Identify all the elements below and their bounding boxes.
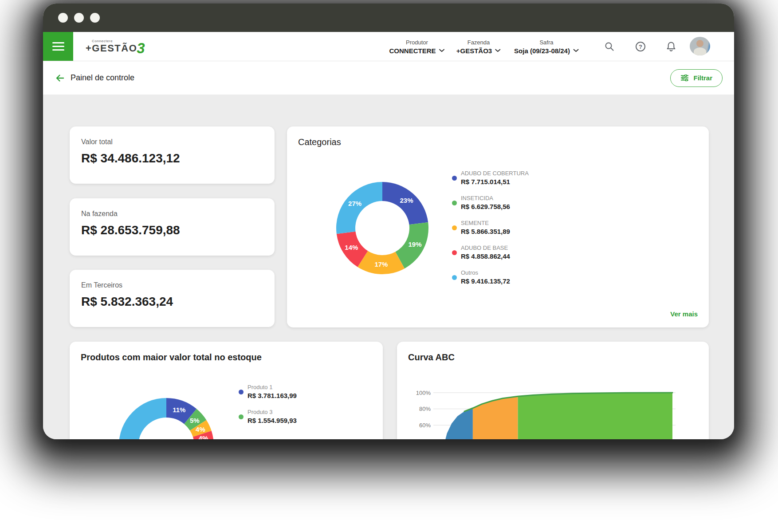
- y-axis-tick-label: 80%: [419, 406, 431, 412]
- ver-mais-link[interactable]: Ver mais: [670, 310, 698, 318]
- donut-percent-label: 27%: [348, 200, 361, 207]
- season-dropdown[interactable]: Safra Soja (09/23-08/24): [514, 32, 579, 61]
- donut-percent-label: 17%: [374, 260, 388, 268]
- produtos-title: Produtos com maior valor total no estoqu…: [81, 352, 262, 363]
- legend-label: INSETICIDA: [461, 194, 510, 202]
- window-titlebar: [43, 4, 734, 32]
- stat-label: Valor total: [81, 138, 113, 146]
- app-window: Connectere +GESTÃO3 Produtor CONNECTERE …: [43, 4, 734, 439]
- produtos-legend: Produto 1R$ 3.781.163,99Produto 3R$ 1.55…: [239, 383, 297, 439]
- stat-label: Em Terceiros: [81, 281, 122, 289]
- back-button[interactable]: [52, 70, 68, 86]
- donut-percent-label: 4%: [199, 434, 208, 439]
- stat-value: R$ 5.832.363,24: [81, 295, 173, 309]
- filter-button-label: Filtrar: [693, 74, 712, 82]
- app-header: Connectere +GESTÃO3 Produtor CONNECTERE …: [43, 32, 734, 61]
- curva-abc-title: Curva ABC: [408, 352, 455, 363]
- legend-label: Produto 3: [248, 408, 297, 416]
- legend-label: Produto 5: [248, 438, 272, 440]
- donut-percent-label: 19%: [408, 240, 421, 248]
- dashboard-content: Valor total R$ 34.486.123,12 Na fazenda …: [43, 95, 734, 439]
- legend-dot: [239, 414, 244, 419]
- legend-label: Outros: [461, 269, 510, 276]
- legend-dot: [452, 176, 457, 181]
- logo-main-text: +GESTÃO: [86, 43, 137, 54]
- legend-dot: [452, 225, 457, 230]
- legend-item: SEMENTER$ 5.866.351,89: [452, 219, 529, 236]
- logo-accent-3: 3: [137, 43, 145, 53]
- stat-card-na-fazenda: Na fazenda R$ 28.653.759,88: [70, 198, 275, 256]
- legend-dot: [452, 201, 457, 205]
- curva-abc-card: Curva ABC 100%80%60%40%: [397, 342, 709, 439]
- help-button[interactable]: ?: [631, 37, 650, 56]
- screenshot-stage: Connectere +GESTÃO3 Produtor CONNECTERE …: [0, 0, 778, 532]
- app-logo: Connectere +GESTÃO3: [86, 32, 145, 61]
- abc-region-A: [440, 408, 473, 439]
- categorias-card: Categorias 23%19%17%14%27% ADUBO DE COBE…: [287, 126, 709, 327]
- legend-label: ADUBO DE BASE: [461, 244, 510, 252]
- chevron-down-icon: [439, 49, 445, 52]
- producer-value: CONNECTERE: [389, 47, 436, 55]
- user-avatar[interactable]: [690, 37, 710, 55]
- abc-region-C: [518, 393, 672, 439]
- legend-value: R$ 9.416.135,72: [461, 276, 510, 286]
- categorias-donut-chart: 23%19%17%14%27%: [331, 177, 433, 279]
- season-label: Safra: [539, 39, 553, 46]
- legend-item: Produto 3R$ 1.554.959,93: [239, 408, 297, 425]
- legend-label: Produto 1: [248, 383, 297, 391]
- curva-abc-chart: 100%80%60%40%: [410, 382, 694, 439]
- stat-card-em-terceiros: Em Terceiros R$ 5.832.363,24: [70, 270, 275, 327]
- chevron-down-icon: [573, 49, 579, 52]
- chevron-down-icon: [495, 49, 501, 52]
- stat-value: R$ 28.653.759,88: [81, 223, 180, 237]
- producer-label: Produtor: [406, 39, 428, 46]
- legend-dot: [239, 390, 244, 394]
- donut-percent-label: 11%: [173, 406, 185, 414]
- window-dot-3[interactable]: [90, 13, 100, 23]
- menu-button[interactable]: [43, 32, 73, 61]
- filter-sliders-icon: [680, 75, 689, 81]
- back-arrow-icon: [55, 73, 65, 83]
- notifications-button[interactable]: [662, 37, 680, 56]
- y-axis-tick-label: 100%: [416, 390, 431, 396]
- categorias-title: Categorias: [298, 137, 341, 147]
- bell-icon: [666, 41, 676, 52]
- legend-value: R$ 5.866.351,89: [461, 227, 510, 236]
- page-title: Painel de controle: [71, 73, 134, 83]
- legend-label: SEMENTE: [461, 219, 510, 227]
- legend-value: R$ 6.629.758,56: [461, 202, 510, 211]
- help-icon: ?: [635, 41, 646, 52]
- legend-item: Produto 5: [239, 433, 297, 439]
- legend-value: R$ 3.781.163,99: [248, 391, 297, 400]
- y-axis-tick-label: 60%: [419, 422, 431, 429]
- farm-dropdown[interactable]: Fazenda +GESTÃO3: [456, 32, 501, 61]
- donut-percent-label: 4%: [196, 426, 205, 433]
- farm-label: Fazenda: [468, 39, 490, 46]
- donut-percent-label: 5%: [190, 417, 200, 424]
- stat-card-valor-total: Valor total R$ 34.486.123,12: [70, 126, 275, 184]
- produtos-card: Produtos com maior valor total no estoqu…: [70, 342, 383, 439]
- legend-dot: [239, 439, 244, 440]
- categorias-legend: ADUBO DE COBERTURAR$ 7.715.014,51INSETIC…: [452, 169, 529, 286]
- stat-label: Na fazenda: [81, 210, 118, 218]
- legend-value: R$ 1.554.959,93: [248, 416, 297, 425]
- legend-item: ADUBO DE BASER$ 4.858.862,44: [452, 244, 529, 261]
- legend-item: ADUBO DE COBERTURAR$ 7.715.014,51: [452, 169, 529, 186]
- filter-button[interactable]: Filtrar: [670, 69, 723, 87]
- window-dot-2[interactable]: [74, 13, 84, 23]
- search-button[interactable]: [600, 37, 619, 56]
- abc-region-B: [473, 396, 518, 439]
- stat-value: R$ 34.486.123,12: [81, 151, 180, 166]
- legend-item: INSETICIDAR$ 6.629.758,56: [452, 194, 529, 211]
- page-header: Painel de controle Filtrar: [43, 61, 734, 95]
- donut-slice: [336, 182, 382, 234]
- producer-dropdown[interactable]: Produtor CONNECTERE: [389, 32, 444, 61]
- window-dot-1[interactable]: [58, 13, 68, 23]
- legend-dot: [452, 275, 457, 280]
- svg-text:?: ?: [639, 43, 642, 50]
- season-value: Soja (09/23-08/24): [514, 47, 570, 55]
- legend-value: R$ 4.858.862,44: [461, 252, 510, 261]
- y-axis-tick-label: 40%: [419, 438, 431, 439]
- donut-percent-label: 14%: [345, 244, 358, 251]
- menu-icon: [52, 40, 64, 53]
